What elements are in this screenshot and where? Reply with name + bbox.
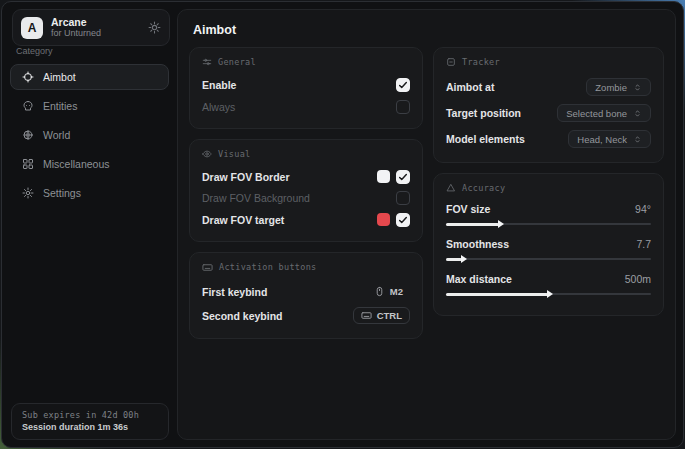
eye-icon [202, 149, 212, 159]
slider-group-smoothness: Smoothness 7.7 [446, 235, 651, 260]
app-logo: A [21, 17, 43, 39]
sidebar-item-label: Settings [43, 187, 81, 199]
slider-group-max-distance: Max distance 500m [446, 270, 651, 295]
slider-thumb[interactable] [547, 290, 553, 298]
globe-icon [22, 129, 34, 141]
sidebar: A Arcane for Unturned Category Aimbot En… [2, 2, 177, 447]
setting-row-fov-background: Draw FOV Background [202, 188, 410, 210]
sidebar-item-label: Miscellaneous [43, 158, 110, 170]
fov-border-checkbox[interactable] [396, 170, 410, 184]
setting-row-target-position: Target position Selected bone [446, 100, 651, 126]
sidebar-item-settings[interactable]: Settings [10, 180, 169, 206]
dropdown-value: Selected bone [566, 108, 627, 119]
sidebar-item-label: Entities [43, 100, 77, 112]
crosshair-icon [22, 71, 34, 83]
mouse-icon [374, 286, 385, 297]
app-brand: A Arcane for Unturned [12, 9, 170, 46]
check-icon [398, 80, 408, 90]
color-swatch[interactable] [377, 170, 390, 183]
keyboard-icon [361, 310, 372, 321]
fov-target-checkbox[interactable] [396, 213, 410, 227]
scan-icon [446, 57, 456, 67]
app-window: A Arcane for Unturned Category Aimbot En… [1, 1, 684, 448]
general-card: General Enable Always [189, 47, 423, 129]
dropdown-value: Head, Neck [577, 134, 627, 145]
app-name: Arcane [51, 16, 140, 28]
setting-row-model-elements: Model elements Head, Neck [446, 126, 651, 152]
sidebar-item-miscellaneous[interactable]: Miscellaneous [10, 151, 169, 177]
check-icon [398, 215, 408, 225]
keybind-value: CTRL [377, 310, 402, 321]
setting-row-always: Always [202, 96, 410, 118]
triangle-icon [446, 183, 456, 193]
section-title: Activation buttons [219, 262, 317, 272]
color-swatch[interactable] [377, 213, 390, 226]
always-checkbox[interactable] [396, 100, 410, 114]
dropdown-value: Zombie [595, 82, 627, 93]
sidebar-item-label: World [43, 129, 70, 141]
keyboard-icon [202, 262, 213, 273]
slider-value: 94° [635, 203, 651, 215]
unfold-icon [633, 109, 642, 118]
section-title: General [218, 57, 256, 67]
section-title: Visual [218, 149, 251, 159]
sliders-icon [202, 57, 212, 67]
enable-checkbox[interactable] [396, 78, 410, 92]
section-title: Tracker [462, 57, 500, 67]
main-panel: Aimbot General Enable Always [177, 9, 676, 440]
max-distance-slider[interactable] [446, 293, 651, 295]
settings-gear-icon[interactable] [148, 21, 161, 34]
entities-icon [22, 100, 34, 112]
setting-row-first-keybind: First keybind M2 [202, 280, 410, 304]
activation-card: Activation buttons First keybind M2 Seco… [189, 252, 423, 339]
sub-expiry-text: Sub expires in 42d 00h [22, 409, 158, 421]
app-subtitle: for Unturned [51, 28, 140, 38]
page-title: Aimbot [193, 23, 660, 37]
smoothness-slider[interactable] [446, 258, 651, 260]
slider-value: 500m [625, 273, 651, 285]
sidebar-item-label: Aimbot [43, 71, 76, 83]
slider-value: 7.7 [636, 238, 651, 250]
model-elements-dropdown[interactable]: Head, Neck [568, 130, 651, 148]
sidebar-item-world[interactable]: World [10, 122, 169, 148]
fov-background-checkbox[interactable] [396, 191, 410, 205]
second-keybind-button[interactable]: CTRL [353, 307, 410, 324]
fov-size-slider[interactable] [446, 223, 651, 225]
slider-thumb[interactable] [498, 220, 504, 228]
setting-row-aimbot-at: Aimbot at Zombie [446, 74, 651, 100]
tracker-card: Tracker Aimbot at Zombie Target position… [433, 47, 664, 163]
visual-card: Visual Draw FOV Border Draw FOV Backgrou… [189, 139, 423, 242]
check-icon [398, 172, 408, 182]
slider-thumb[interactable] [461, 255, 467, 263]
category-label: Category [16, 46, 177, 56]
subscription-info: Sub expires in 42d 00h Session duration … [11, 403, 169, 440]
setting-row-fov-border: Draw FOV Border [202, 166, 410, 188]
keybind-value: M2 [390, 286, 403, 297]
unfold-icon [633, 83, 642, 92]
sidebar-item-aimbot[interactable]: Aimbot [10, 64, 169, 90]
section-title: Accuracy [462, 183, 505, 193]
gear-icon [22, 187, 34, 199]
target-position-dropdown[interactable]: Selected bone [557, 104, 651, 122]
first-keybind-button[interactable]: M2 [367, 284, 410, 299]
grid-icon [22, 158, 34, 170]
logo-letter: A [28, 21, 37, 35]
sidebar-item-entities[interactable]: Entities [10, 93, 169, 119]
category-nav: Aimbot Entities World Miscellaneous Sett… [2, 64, 177, 206]
slider-group-fov-size: FOV size 94° [446, 200, 651, 225]
session-duration-text: Session duration 1m 36s [22, 421, 158, 434]
accuracy-card: Accuracy FOV size 94° Smoothness [433, 173, 664, 316]
setting-row-enable: Enable [202, 74, 410, 96]
aimbot-at-dropdown[interactable]: Zombie [586, 78, 651, 96]
setting-row-fov-target: Draw FOV target [202, 209, 410, 231]
unfold-icon [633, 135, 642, 144]
setting-row-second-keybind: Second keybind CTRL [202, 304, 410, 328]
